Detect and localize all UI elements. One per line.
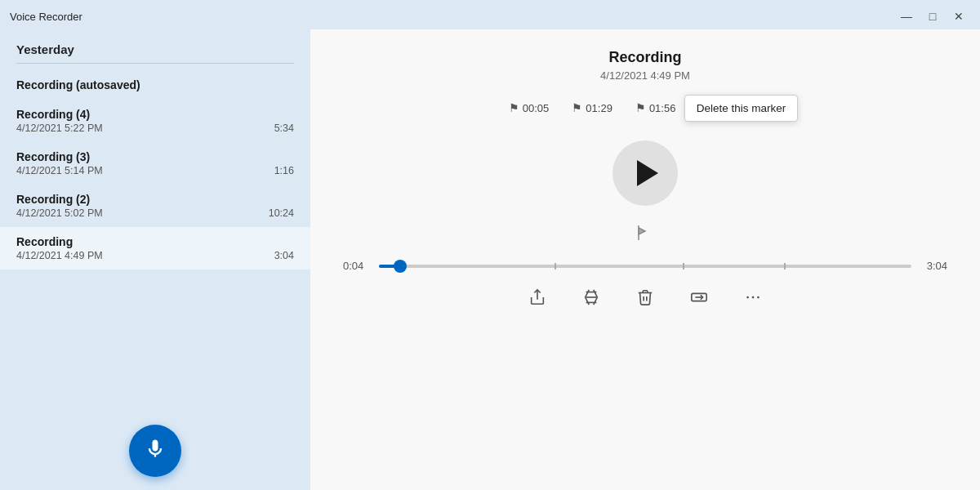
add-marker-flag[interactable] [635,225,655,246]
speed-button[interactable] [687,285,711,310]
marker-5[interactable]: ⚑ 0 Delete this marker [762,101,782,114]
sidebar: Yesterday Recording (autosaved)Recording… [0,29,310,490]
recording-item-meta-4: 4/12/2021 4:49 PM3:04 [16,250,294,261]
recording-item-duration-3: 10:24 [269,207,294,219]
recording-item-1[interactable]: Recording (4)4/12/2021 5:22 PM5:34 [0,100,310,142]
marker-time-2: 01:29 [586,102,612,114]
delete-marker-tooltip[interactable]: Delete this marker [684,95,799,122]
tick-2 [683,263,684,270]
tick-3 [784,263,786,270]
marker-time-3: 01:56 [649,102,676,114]
recording-item-meta-3: 4/12/2021 5:02 PM10:24 [16,207,294,219]
play-button[interactable] [612,140,678,206]
recording-item-title-4: Recording [16,235,294,248]
recording-item-duration-4: 3:04 [274,250,294,261]
recording-item-title-3: Recording (2) [16,193,294,206]
recording-item-title-2: Recording (3) [16,150,294,163]
progress-thumb[interactable] [394,260,407,273]
flag-icon-3: ⚑ [635,101,646,114]
close-button[interactable]: ✕ [947,7,970,25]
player-title: Recording [608,49,681,66]
speed-icon [690,288,708,306]
sidebar-divider [16,63,294,64]
window-controls: — □ ✕ [895,7,970,25]
progress-area: 0:04 3:04 [343,260,947,272]
svg-point-7 [752,296,755,299]
bottom-toolbar [343,285,947,310]
recording-item-3[interactable]: Recording (2)4/12/2021 5:02 PM10:24 [0,185,310,227]
recording-item-4[interactable]: Recording4/12/2021 4:49 PM3:04 [0,227,310,270]
current-time: 0:04 [343,260,369,272]
recording-item-meta-2: 4/12/2021 5:14 PM1:16 [16,165,294,176]
marker-1[interactable]: ⚑ 00:05 [509,101,550,114]
more-button[interactable] [741,285,765,310]
maximize-button[interactable]: □ [921,7,944,25]
svg-point-6 [746,296,749,299]
trim-icon [582,288,600,306]
main-layout: Yesterday Recording (autosaved)Recording… [0,29,980,490]
minimize-button[interactable]: — [895,7,918,25]
recording-item-title-1: Recording (4) [16,108,294,121]
recording-item-date-3: 4/12/2021 5:02 PM [16,207,103,219]
recording-list: Recording (autosaved)Recording (4)4/12/2… [0,70,310,270]
recording-item-2[interactable]: Recording (3)4/12/2021 5:14 PM1:16 [0,142,310,185]
delete-button[interactable] [633,285,657,310]
recording-item-date-2: 4/12/2021 5:14 PM [16,165,103,176]
section-label: Yesterday [0,42,310,63]
marker-3[interactable]: ⚑ 01:56 [635,101,676,114]
recording-item-meta-1: 4/12/2021 5:22 PM5:34 [16,122,294,134]
player-area: Recording 4/12/2021 4:49 PM ⚑ 00:05 ⚑ 01… [310,29,980,490]
add-marker-area [635,222,655,247]
trim-button[interactable] [579,285,604,310]
player-date: 4/12/2021 4:49 PM [600,69,690,82]
title-bar: Voice Recorder — □ ✕ [0,0,980,29]
svg-point-8 [757,296,760,299]
tick-1 [555,263,556,270]
record-btn-container [129,425,181,477]
markers-row: ⚑ 00:05 ⚑ 01:29 ⚑ 01:56 ⚑ 02:11 ⚑ 0 Dele… [343,101,947,114]
recording-item-0[interactable]: Recording (autosaved) [0,70,310,100]
marker-time-1: 00:05 [523,102,550,114]
total-time: 3:04 [921,260,947,272]
share-button[interactable] [525,285,550,310]
play-btn-container [612,140,678,206]
recording-item-duration-2: 1:16 [274,165,294,176]
share-icon [528,288,546,306]
recording-item-duration-1: 5:34 [274,122,294,134]
sidebar-content: Yesterday Recording (autosaved)Recording… [0,29,310,490]
flag-icon-2: ⚑ [572,101,582,114]
more-icon [744,288,762,306]
recording-item-title-0: Recording (autosaved) [16,78,294,91]
play-icon [637,160,658,186]
app-title: Voice Recorder [10,11,82,23]
marker-2[interactable]: ⚑ 01:29 [572,101,612,114]
mic-icon [144,437,167,466]
delete-icon [636,288,654,306]
flag-icon-1: ⚑ [509,101,519,114]
recording-item-date-1: 4/12/2021 5:22 PM [16,122,103,134]
record-button[interactable] [129,425,181,477]
progress-bar[interactable] [379,265,911,268]
recording-item-date-4: 4/12/2021 4:49 PM [16,250,103,261]
